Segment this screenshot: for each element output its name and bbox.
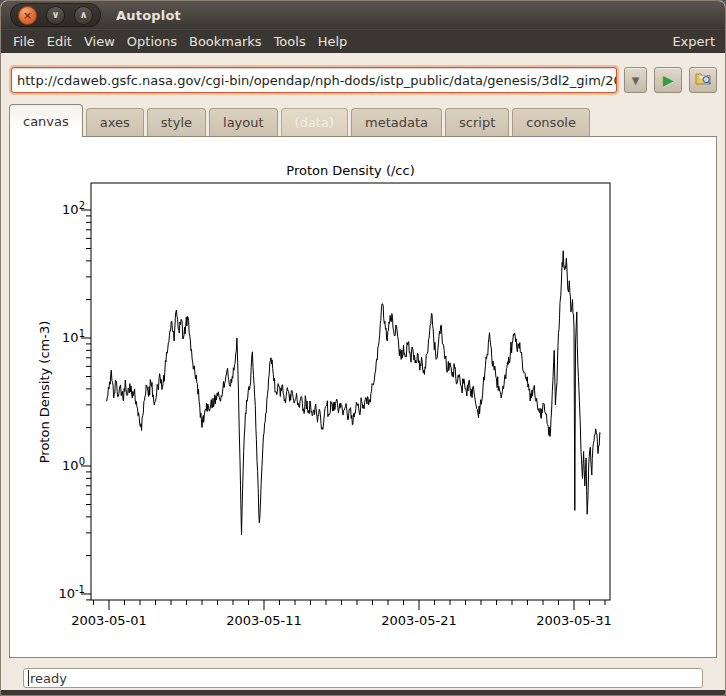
window-title: Autoplot [116, 8, 181, 23]
window-controls: × ∨ ∧ [10, 3, 101, 27]
data-uri-input[interactable]: http://cdaweb.gsfc.nasa.gov/cgi-bin/open… [11, 67, 617, 93]
address-toolbar: http://cdaweb.gsfc.nasa.gov/cgi-bin/open… [11, 66, 717, 94]
tab-canvas[interactable]: canvas [9, 104, 83, 137]
tab-layout[interactable]: layout [209, 108, 278, 136]
status-text: ready [30, 671, 67, 686]
tab-style[interactable]: style [147, 108, 206, 136]
menubar: File Edit View Options Bookmarks Tools H… [1, 29, 725, 53]
play-icon: ▶ [663, 72, 674, 88]
maximize-icon[interactable]: ∧ [74, 6, 93, 25]
y-tick-label: 100 [39, 456, 85, 473]
menu-help[interactable]: Help [312, 32, 354, 51]
y-tick-label: 102 [39, 200, 85, 217]
minimize-icon[interactable]: ∨ [46, 6, 65, 25]
go-plot-button[interactable]: ▶ [654, 67, 682, 93]
data-uri-value: http://cdaweb.gsfc.nasa.gov/cgi-bin/open… [17, 73, 617, 88]
y-tick-label: 101 [39, 328, 85, 345]
autoplot-window: × ∨ ∧ Autoplot File Edit View Options Bo… [0, 0, 726, 696]
series-proton-density [107, 251, 601, 535]
tab-console[interactable]: console [512, 108, 590, 136]
tab-bar: canvas axes style layout (data) metadata… [1, 101, 725, 136]
statusbar: ready [23, 668, 703, 688]
tab-script[interactable]: script [445, 108, 509, 136]
x-tick-label: 2003-05-21 [372, 613, 466, 628]
tab-metadata[interactable]: metadata [351, 108, 442, 136]
x-tick-label: 2003-05-11 [217, 613, 311, 628]
plot-canvas[interactable]: Proton Density (/cc) Proton Density (cm-… [9, 136, 717, 658]
close-icon[interactable]: × [18, 6, 37, 25]
x-tick-label: 2003-05-01 [62, 613, 156, 628]
browse-data-button[interactable] [689, 67, 717, 93]
y-tick-label: 10-1 [39, 584, 85, 601]
status-caret [28, 670, 29, 686]
window-bottom-border [1, 690, 725, 695]
titlebar[interactable]: × ∨ ∧ Autoplot [1, 1, 725, 29]
tab-axes[interactable]: axes [86, 108, 144, 136]
tab-data: (data) [281, 108, 348, 136]
proton-density-plot: Proton Density (/cc) Proton Density (cm-… [10, 137, 714, 657]
folder-search-icon [695, 71, 712, 90]
menu-file[interactable]: File [7, 32, 41, 51]
plot-svg [10, 137, 714, 657]
expert-mode-label[interactable]: Expert [670, 32, 717, 51]
menu-options[interactable]: Options [121, 32, 183, 51]
status-message-field[interactable]: ready [23, 668, 703, 688]
menu-edit[interactable]: Edit [41, 32, 78, 51]
menu-tools[interactable]: Tools [268, 32, 312, 51]
uri-history-dropdown-button[interactable]: ▼ [624, 67, 647, 93]
axis-ticks [81, 210, 605, 610]
chevron-down-icon: ▼ [632, 75, 640, 86]
menu-view[interactable]: View [78, 32, 121, 51]
menu-bookmarks[interactable]: Bookmarks [183, 32, 268, 51]
x-tick-label: 2003-05-31 [527, 613, 621, 628]
